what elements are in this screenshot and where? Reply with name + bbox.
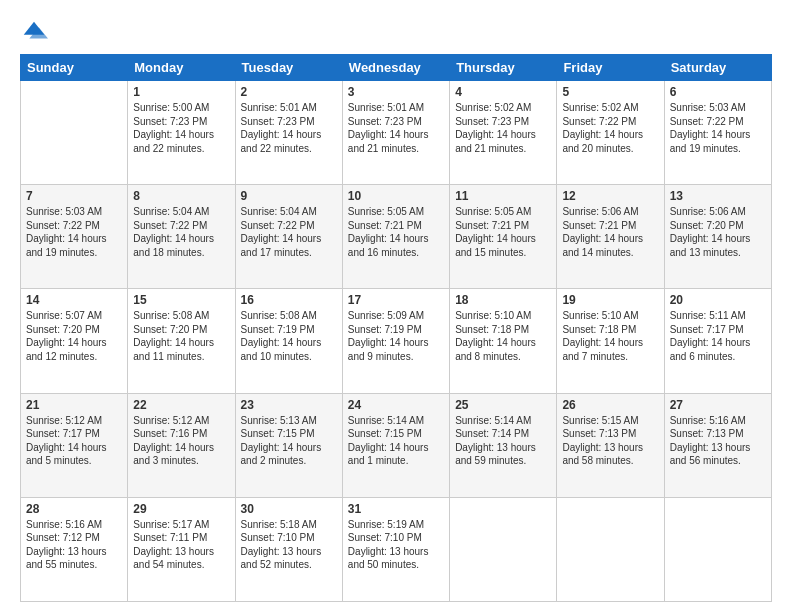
day-info: Sunrise: 5:12 AM Sunset: 7:17 PM Dayligh… [26,414,122,468]
weekday-header-sunday: Sunday [21,55,128,81]
day-number: 5 [562,85,658,99]
calendar-cell: 5Sunrise: 5:02 AM Sunset: 7:22 PM Daylig… [557,81,664,185]
calendar-cell: 4Sunrise: 5:02 AM Sunset: 7:23 PM Daylig… [450,81,557,185]
day-info: Sunrise: 5:10 AM Sunset: 7:18 PM Dayligh… [562,309,658,363]
day-number: 9 [241,189,337,203]
day-info: Sunrise: 5:01 AM Sunset: 7:23 PM Dayligh… [241,101,337,155]
day-number: 8 [133,189,229,203]
calendar-week-row: 1Sunrise: 5:00 AM Sunset: 7:23 PM Daylig… [21,81,772,185]
day-number: 16 [241,293,337,307]
day-number: 4 [455,85,551,99]
calendar-cell: 11Sunrise: 5:05 AM Sunset: 7:21 PM Dayli… [450,185,557,289]
logo-icon [20,18,48,46]
header [20,18,772,46]
calendar-cell: 15Sunrise: 5:08 AM Sunset: 7:20 PM Dayli… [128,289,235,393]
day-info: Sunrise: 5:17 AM Sunset: 7:11 PM Dayligh… [133,518,229,572]
calendar-cell: 21Sunrise: 5:12 AM Sunset: 7:17 PM Dayli… [21,393,128,497]
day-info: Sunrise: 5:16 AM Sunset: 7:12 PM Dayligh… [26,518,122,572]
day-info: Sunrise: 5:14 AM Sunset: 7:14 PM Dayligh… [455,414,551,468]
calendar-cell: 27Sunrise: 5:16 AM Sunset: 7:13 PM Dayli… [664,393,771,497]
day-info: Sunrise: 5:15 AM Sunset: 7:13 PM Dayligh… [562,414,658,468]
weekday-header-saturday: Saturday [664,55,771,81]
calendar-cell: 12Sunrise: 5:06 AM Sunset: 7:21 PM Dayli… [557,185,664,289]
calendar-cell [557,497,664,601]
calendar-cell: 20Sunrise: 5:11 AM Sunset: 7:17 PM Dayli… [664,289,771,393]
day-number: 12 [562,189,658,203]
day-info: Sunrise: 5:05 AM Sunset: 7:21 PM Dayligh… [455,205,551,259]
day-info: Sunrise: 5:02 AM Sunset: 7:22 PM Dayligh… [562,101,658,155]
day-number: 17 [348,293,444,307]
calendar-cell: 14Sunrise: 5:07 AM Sunset: 7:20 PM Dayli… [21,289,128,393]
weekday-header-row: SundayMondayTuesdayWednesdayThursdayFrid… [21,55,772,81]
day-number: 13 [670,189,766,203]
day-number: 2 [241,85,337,99]
day-info: Sunrise: 5:05 AM Sunset: 7:21 PM Dayligh… [348,205,444,259]
day-info: Sunrise: 5:01 AM Sunset: 7:23 PM Dayligh… [348,101,444,155]
weekday-header-monday: Monday [128,55,235,81]
day-info: Sunrise: 5:03 AM Sunset: 7:22 PM Dayligh… [26,205,122,259]
day-info: Sunrise: 5:16 AM Sunset: 7:13 PM Dayligh… [670,414,766,468]
day-info: Sunrise: 5:03 AM Sunset: 7:22 PM Dayligh… [670,101,766,155]
day-info: Sunrise: 5:10 AM Sunset: 7:18 PM Dayligh… [455,309,551,363]
page: SundayMondayTuesdayWednesdayThursdayFrid… [0,0,792,612]
calendar-cell: 1Sunrise: 5:00 AM Sunset: 7:23 PM Daylig… [128,81,235,185]
calendar-cell: 9Sunrise: 5:04 AM Sunset: 7:22 PM Daylig… [235,185,342,289]
calendar-cell: 26Sunrise: 5:15 AM Sunset: 7:13 PM Dayli… [557,393,664,497]
day-number: 3 [348,85,444,99]
day-number: 1 [133,85,229,99]
calendar-cell: 8Sunrise: 5:04 AM Sunset: 7:22 PM Daylig… [128,185,235,289]
day-number: 11 [455,189,551,203]
weekday-header-wednesday: Wednesday [342,55,449,81]
day-info: Sunrise: 5:08 AM Sunset: 7:20 PM Dayligh… [133,309,229,363]
day-info: Sunrise: 5:00 AM Sunset: 7:23 PM Dayligh… [133,101,229,155]
day-number: 30 [241,502,337,516]
calendar-cell [450,497,557,601]
calendar-cell: 28Sunrise: 5:16 AM Sunset: 7:12 PM Dayli… [21,497,128,601]
calendar-week-row: 7Sunrise: 5:03 AM Sunset: 7:22 PM Daylig… [21,185,772,289]
calendar-cell: 22Sunrise: 5:12 AM Sunset: 7:16 PM Dayli… [128,393,235,497]
calendar-cell: 18Sunrise: 5:10 AM Sunset: 7:18 PM Dayli… [450,289,557,393]
calendar-cell: 2Sunrise: 5:01 AM Sunset: 7:23 PM Daylig… [235,81,342,185]
calendar-cell: 17Sunrise: 5:09 AM Sunset: 7:19 PM Dayli… [342,289,449,393]
calendar-week-row: 14Sunrise: 5:07 AM Sunset: 7:20 PM Dayli… [21,289,772,393]
day-number: 20 [670,293,766,307]
day-number: 29 [133,502,229,516]
day-number: 15 [133,293,229,307]
day-number: 14 [26,293,122,307]
day-info: Sunrise: 5:06 AM Sunset: 7:20 PM Dayligh… [670,205,766,259]
day-info: Sunrise: 5:04 AM Sunset: 7:22 PM Dayligh… [241,205,337,259]
day-number: 26 [562,398,658,412]
calendar-table: SundayMondayTuesdayWednesdayThursdayFrid… [20,54,772,602]
day-info: Sunrise: 5:14 AM Sunset: 7:15 PM Dayligh… [348,414,444,468]
day-info: Sunrise: 5:13 AM Sunset: 7:15 PM Dayligh… [241,414,337,468]
day-info: Sunrise: 5:19 AM Sunset: 7:10 PM Dayligh… [348,518,444,572]
day-number: 10 [348,189,444,203]
day-info: Sunrise: 5:02 AM Sunset: 7:23 PM Dayligh… [455,101,551,155]
logo [20,18,52,46]
calendar-week-row: 21Sunrise: 5:12 AM Sunset: 7:17 PM Dayli… [21,393,772,497]
day-info: Sunrise: 5:06 AM Sunset: 7:21 PM Dayligh… [562,205,658,259]
day-number: 19 [562,293,658,307]
day-info: Sunrise: 5:07 AM Sunset: 7:20 PM Dayligh… [26,309,122,363]
calendar-cell: 31Sunrise: 5:19 AM Sunset: 7:10 PM Dayli… [342,497,449,601]
calendar-cell: 7Sunrise: 5:03 AM Sunset: 7:22 PM Daylig… [21,185,128,289]
calendar-cell: 25Sunrise: 5:14 AM Sunset: 7:14 PM Dayli… [450,393,557,497]
calendar-cell: 16Sunrise: 5:08 AM Sunset: 7:19 PM Dayli… [235,289,342,393]
day-number: 21 [26,398,122,412]
day-number: 7 [26,189,122,203]
calendar-cell: 19Sunrise: 5:10 AM Sunset: 7:18 PM Dayli… [557,289,664,393]
day-info: Sunrise: 5:09 AM Sunset: 7:19 PM Dayligh… [348,309,444,363]
day-number: 6 [670,85,766,99]
calendar-cell: 6Sunrise: 5:03 AM Sunset: 7:22 PM Daylig… [664,81,771,185]
day-info: Sunrise: 5:18 AM Sunset: 7:10 PM Dayligh… [241,518,337,572]
calendar-cell: 10Sunrise: 5:05 AM Sunset: 7:21 PM Dayli… [342,185,449,289]
calendar-cell: 24Sunrise: 5:14 AM Sunset: 7:15 PM Dayli… [342,393,449,497]
calendar-cell: 30Sunrise: 5:18 AM Sunset: 7:10 PM Dayli… [235,497,342,601]
day-number: 28 [26,502,122,516]
calendar-cell: 3Sunrise: 5:01 AM Sunset: 7:23 PM Daylig… [342,81,449,185]
weekday-header-thursday: Thursday [450,55,557,81]
day-number: 22 [133,398,229,412]
weekday-header-friday: Friday [557,55,664,81]
calendar-cell [664,497,771,601]
calendar-cell: 13Sunrise: 5:06 AM Sunset: 7:20 PM Dayli… [664,185,771,289]
